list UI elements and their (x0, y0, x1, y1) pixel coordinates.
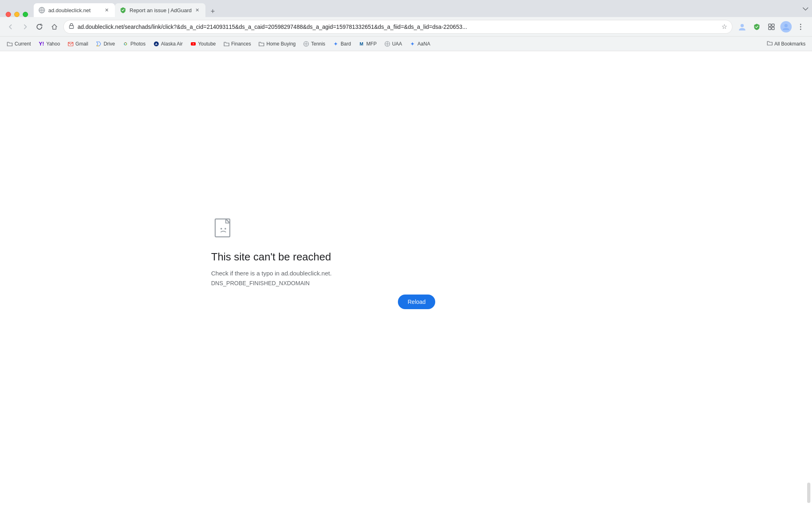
tab-dropdown-button[interactable] (799, 2, 812, 17)
address-input[interactable]: ad.doubleclick.net/searchads/link/click?… (63, 20, 732, 34)
bookmark-uaa[interactable]: UAA (381, 39, 406, 49)
svg-point-10 (784, 24, 788, 27)
folder-icon (6, 41, 13, 47)
address-text: ad.doubleclick.net/searchads/link/click?… (78, 24, 718, 30)
tab-adguard[interactable]: Report an issue | AdGuard ✕ (115, 3, 205, 17)
home-buying-folder-icon (258, 41, 265, 47)
bookmark-bard[interactable]: ✦ Bard (329, 39, 354, 49)
tab2-close-button[interactable]: ✕ (194, 7, 201, 13)
traffic-lights-area (0, 12, 34, 17)
minimize-window-button[interactable] (14, 12, 19, 17)
page-content: This site can't be reached Check if ther… (0, 51, 812, 507)
svg-point-17 (126, 44, 127, 45)
svg-point-16 (125, 42, 126, 43)
uaa-icon (384, 41, 391, 47)
error-title: This site can't be reached (211, 251, 331, 263)
mfp-icon: M (358, 41, 365, 47)
bookmark-mfp[interactable]: M MFP (355, 39, 380, 49)
traffic-lights (0, 12, 34, 17)
svg-rect-8 (769, 27, 771, 30)
aana-icon: ✦ (409, 41, 416, 47)
tab-bar: ad.doubleclick.net ✕ Report an issue | A… (0, 0, 812, 17)
home-button[interactable] (49, 21, 60, 32)
youtube-icon (190, 41, 197, 47)
bookmark-bard-label: Bard (341, 41, 351, 47)
all-bookmarks-area: All Bookmarks (764, 39, 809, 49)
svg-point-12 (800, 26, 801, 27)
bookmark-gmail[interactable]: Gmail (64, 39, 91, 49)
reload-button[interactable]: Reload (398, 295, 435, 309)
bookmark-finances-label: Finances (231, 41, 251, 47)
tab2-title: Report an issue | AdGuard (130, 7, 192, 13)
new-tab-button[interactable]: + (207, 6, 218, 17)
bookmark-home-buying[interactable]: Home Buying (255, 39, 299, 49)
svg-rect-7 (772, 24, 774, 26)
gmail-icon (67, 41, 74, 47)
browser-chrome: ad.doubleclick.net ✕ Report an issue | A… (0, 0, 812, 51)
svg-point-30 (220, 228, 222, 230)
profile-icon[interactable] (736, 20, 749, 33)
lock-icon (69, 23, 74, 30)
tab1-favicon (39, 7, 45, 13)
address-bar: ad.doubleclick.net/searchads/link/click?… (0, 17, 812, 37)
bookmarks-bar: Current Y! Yahoo Gmail Drive Photos (0, 37, 812, 51)
error-description: Check if there is a typo in ad.doublecli… (211, 270, 332, 277)
error-container: This site can't be reached Check if ther… (203, 217, 447, 317)
tab-ad-doubleclick[interactable]: ad.doubleclick.net ✕ (34, 3, 115, 17)
tabs-row: ad.doubleclick.net ✕ Report an issue | A… (34, 3, 799, 17)
svg-rect-4 (69, 26, 73, 28)
svg-point-13 (800, 28, 801, 30)
tab1-close-button[interactable]: ✕ (104, 7, 110, 13)
bookmark-uaa-label: UAA (392, 41, 402, 47)
bookmark-yahoo-label: Yahoo (46, 41, 60, 47)
close-window-button[interactable] (6, 12, 11, 17)
bookmark-home-buying-label: Home Buying (266, 41, 296, 47)
bookmark-alaska-air-label: Alaska Air (161, 41, 183, 47)
all-bookmarks-folder-icon (767, 40, 773, 47)
svg-point-11 (800, 24, 801, 25)
bookmark-star-icon[interactable]: ☆ (721, 23, 727, 30)
adguard-extension-icon[interactable] (750, 20, 763, 33)
bookmark-drive-label: Drive (104, 41, 115, 47)
more-options-button[interactable] (794, 20, 807, 33)
drive-icon (95, 41, 102, 47)
bookmark-aana[interactable]: ✦ AaNA (406, 39, 433, 49)
bookmark-photos[interactable]: Photos (119, 39, 149, 49)
bookmark-photos-label: Photos (130, 41, 145, 47)
error-code: DNS_PROBE_FINISHED_NXDOMAIN (211, 280, 310, 286)
extensions-icon[interactable] (765, 20, 778, 33)
bookmark-gmail-label: Gmail (76, 41, 88, 47)
bookmark-current-label: Current (15, 41, 31, 47)
user-profile-button[interactable] (780, 20, 793, 33)
finances-folder-icon (223, 41, 230, 47)
back-button[interactable] (5, 21, 16, 32)
reload-page-button[interactable] (34, 21, 45, 32)
tennis-icon (303, 41, 309, 47)
svg-point-31 (225, 228, 226, 230)
all-bookmarks-label: All Bookmarks (774, 41, 806, 47)
bookmark-yahoo[interactable]: Y! Yahoo (35, 39, 63, 49)
forward-button[interactable] (19, 21, 31, 32)
all-bookmarks-button[interactable]: All Bookmarks (764, 39, 809, 49)
svg-rect-6 (769, 24, 771, 26)
bookmark-aana-label: AaNA (417, 41, 430, 47)
bookmark-drive[interactable]: Drive (92, 39, 118, 49)
bookmark-current[interactable]: Current (3, 39, 34, 49)
bookmark-tennis-label: Tennis (311, 41, 325, 47)
bookmark-youtube[interactable]: Youtube (187, 39, 219, 49)
svg-rect-29 (215, 219, 230, 237)
yahoo-icon: Y! (38, 41, 45, 47)
bookmark-tennis[interactable]: Tennis (300, 39, 328, 49)
avatar (780, 21, 792, 32)
alaska-air-icon: A (153, 41, 160, 47)
toolbar-right (736, 20, 807, 33)
scrollbar[interactable] (807, 483, 810, 503)
maximize-window-button[interactable] (23, 12, 28, 17)
bookmark-youtube-label: Youtube (198, 41, 216, 47)
svg-rect-9 (772, 27, 774, 30)
svg-point-18 (124, 44, 125, 45)
svg-text:A: A (155, 42, 158, 46)
bard-icon: ✦ (333, 41, 339, 47)
bookmark-finances[interactable]: Finances (220, 39, 255, 49)
bookmark-alaska-air[interactable]: A Alaska Air (150, 39, 186, 49)
